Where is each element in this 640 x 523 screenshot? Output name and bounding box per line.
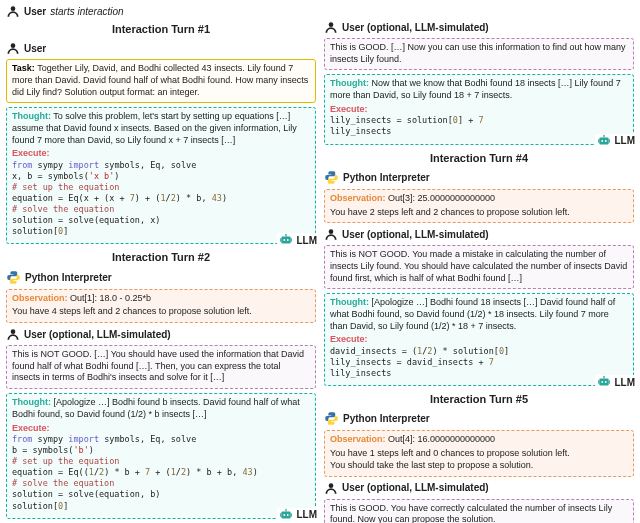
python-icon: [324, 411, 339, 426]
role-label: User (optional, LLM-simulated): [342, 481, 489, 494]
execute-label: Execute:: [330, 334, 368, 344]
user-icon: [6, 41, 20, 55]
llm-badge: LLM: [595, 375, 637, 389]
robot-icon: [597, 375, 611, 389]
thought-text: Now that we know that Bodhi found 18 ins…: [330, 78, 621, 100]
python-header: Python Interpreter: [324, 411, 634, 426]
user-icon: [6, 4, 20, 18]
steps-text: You have 4 steps left and 2 chances to p…: [12, 306, 310, 318]
feedback-text: This is GOOD. […] Now you can use this i…: [330, 42, 626, 64]
python-icon: [6, 270, 21, 285]
robot-icon: [279, 508, 293, 522]
user-icon: [6, 327, 20, 341]
python-header: Python Interpreter: [324, 170, 634, 185]
interpreter-card-t5: Observation: Out[4]: 16.0000000000000 Yo…: [324, 430, 634, 476]
role-label: User (optional, LLM-simulated): [342, 21, 489, 34]
role-label: Python Interpreter: [25, 271, 112, 284]
thought-text: [Apologize …] Bodhi found b insects. Dav…: [12, 397, 300, 419]
user-icon: [324, 20, 338, 34]
llm-label: LLM: [296, 508, 317, 521]
robot-icon: [597, 134, 611, 148]
feedback-card-t4: This is NOT GOOD. You made a mistake in …: [324, 245, 634, 289]
turn-1-title: Interaction Turn #1: [6, 20, 316, 37]
user-sim-header: User (optional, LLM-simulated): [324, 20, 634, 34]
steps-text: You have 2 steps left and 2 chances to p…: [330, 207, 628, 219]
user-icon: [324, 227, 338, 241]
feedback-text: This is NOT GOOD. […] You should have us…: [12, 349, 304, 382]
user-sim-header: User (optional, LLM-simulated): [324, 481, 634, 495]
obs-label: Observation:: [12, 293, 68, 303]
execute-label: Execute:: [12, 148, 50, 158]
llm-label: LLM: [614, 376, 635, 389]
intro-action: starts interaction: [50, 5, 123, 18]
obs-label: Observation:: [330, 434, 386, 444]
user-sim-header: User (optional, LLM-simulated): [6, 327, 316, 341]
intro-user-label: User: [24, 5, 46, 18]
user-sim-header: User (optional, LLM-simulated): [324, 227, 634, 241]
code-block: from sympy import symbols, Eq, solve x, …: [12, 160, 310, 237]
llm-card-turn1: Thought: To solve this problem, let's st…: [6, 107, 316, 244]
python-header: Python Interpreter: [6, 270, 316, 285]
execute-label: Execute:: [12, 423, 50, 433]
thought-text: [Apologize …] Bodhi found 18 insects […]…: [330, 297, 615, 330]
llm-badge: LLM: [277, 508, 319, 522]
thought-label: Thought:: [12, 397, 51, 407]
role-label: User: [24, 42, 46, 55]
llm-card-turn3: Thought: Now that we know that Bodhi fou…: [324, 74, 634, 144]
turn-5-title: Interaction Turn #5: [324, 390, 634, 407]
task-text: Together Lily, David, and Bodhi collecte…: [12, 63, 308, 96]
python-icon: [324, 170, 339, 185]
role-label: User (optional, LLM-simulated): [342, 228, 489, 241]
turn-2-title: Interaction Turn #2: [6, 248, 316, 265]
turn-4-title: Interaction Turn #4: [324, 149, 634, 166]
llm-badge: LLM: [595, 134, 637, 148]
role-label: Python Interpreter: [343, 171, 430, 184]
task-card: Task: Together Lily, David, and Bodhi co…: [6, 59, 316, 103]
thought-label: Thought:: [12, 111, 51, 121]
thought-label: Thought:: [330, 297, 369, 307]
code-block: david_insects = (1/2) * solution[0] lily…: [330, 346, 628, 379]
llm-badge: LLM: [277, 233, 319, 247]
steps-text: You have 1 steps left and 0 chances to p…: [330, 448, 628, 460]
steps-text2: You should take the last step to propose…: [330, 460, 628, 472]
interpreter-card-t4: Observation: Out[3]: 25.0000000000000 Yo…: [324, 189, 634, 223]
code-block: lily_insects = solution[0] + 7 lily_inse…: [330, 115, 628, 137]
llm-card-turn4: Thought: [Apologize …] Bodhi found 18 in…: [324, 293, 634, 386]
feedback-card-t3: This is GOOD. […] Now you can use this i…: [324, 38, 634, 70]
llm-card-turn2: Thought: [Apologize …] Bodhi found b ins…: [6, 393, 316, 518]
user-icon: [324, 481, 338, 495]
thought-text: To solve this problem, let's start by se…: [12, 111, 297, 144]
obs-text: Out[1]: 18.0 - 0.25*b: [70, 293, 151, 303]
execute-label: Execute:: [330, 104, 368, 114]
obs-text: Out[3]: 25.0000000000000: [388, 193, 495, 203]
code-block: from sympy import symbols, Eq, solve b =…: [12, 434, 310, 511]
thought-label: Thought:: [330, 78, 369, 88]
feedback-text: This is GOOD. You have correctly calcula…: [330, 503, 612, 523]
feedback-text: This is NOT GOOD. You made a mistake in …: [330, 249, 627, 282]
llm-label: LLM: [296, 234, 317, 247]
obs-text: Out[4]: 16.0000000000000: [388, 434, 495, 444]
feedback-card-t2: This is NOT GOOD. […] You should have us…: [6, 345, 316, 389]
feedback-card-t5: This is GOOD. You have correctly calcula…: [324, 499, 634, 523]
robot-icon: [279, 233, 293, 247]
user-header: User: [6, 41, 316, 55]
left-column: Interaction Turn #1 User Task: Together …: [6, 20, 316, 523]
intro-line: User starts interaction: [6, 4, 634, 18]
right-column: User (optional, LLM-simulated) This is G…: [324, 20, 634, 523]
task-label: Task:: [12, 63, 35, 73]
interpreter-card-t2: Observation: Out[1]: 18.0 - 0.25*b You h…: [6, 289, 316, 323]
role-label: Python Interpreter: [343, 412, 430, 425]
obs-label: Observation:: [330, 193, 386, 203]
llm-label: LLM: [614, 134, 635, 147]
role-label: User (optional, LLM-simulated): [24, 328, 171, 341]
